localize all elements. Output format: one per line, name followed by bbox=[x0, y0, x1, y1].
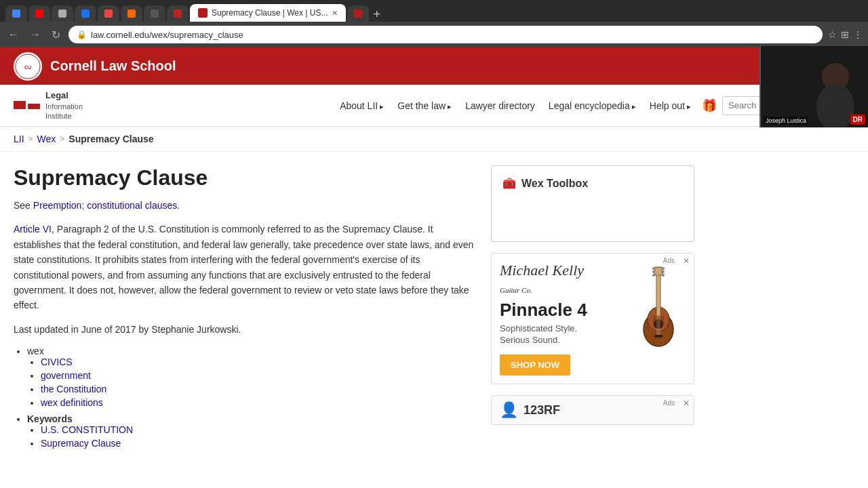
ad-close-1[interactable]: ✕ bbox=[683, 256, 690, 266]
forward-button[interactable]: → bbox=[27, 27, 43, 42]
svg-point-9 bbox=[652, 274, 655, 277]
get-law-link[interactable]: Get the law bbox=[392, 98, 457, 114]
ad2-brand-text: 123RF bbox=[524, 403, 560, 418]
list-item-government: government bbox=[41, 370, 475, 381]
content-left: Supremacy Clause See Preemption; constit… bbox=[14, 165, 475, 453]
back-button[interactable]: ← bbox=[5, 27, 22, 42]
tab-inactive-5[interactable] bbox=[98, 5, 119, 22]
address-actions: ☆ ⊞ ⋮ bbox=[828, 29, 863, 40]
content-right: 🧰 Wex Toolbox Ads ✕ Michael Kelly Guitar… bbox=[491, 165, 694, 453]
breadcrumb: LII > Wex > Supremacy Clause bbox=[0, 127, 868, 152]
favicon-4 bbox=[81, 9, 90, 18]
civics-link[interactable]: CIVICS bbox=[41, 357, 73, 367]
svg-text:CU: CU bbox=[24, 65, 31, 70]
breadcrumb-lii-link[interactable]: LII bbox=[14, 134, 24, 144]
wex-definitions-link[interactable]: wex definitions bbox=[41, 397, 103, 408]
lawyer-dir-link[interactable]: Lawyer directory bbox=[460, 98, 540, 114]
kw-supremacy: Supremacy Clause bbox=[41, 438, 475, 449]
webcam-overlay: Joseph Lustica DR bbox=[760, 46, 868, 127]
favicon-lii bbox=[354, 9, 362, 18]
lii-logo-lines bbox=[14, 101, 40, 109]
favicon-5 bbox=[104, 9, 113, 18]
tab-inactive-lii[interactable] bbox=[347, 5, 369, 22]
const-clauses-link[interactable]: constitutional clauses bbox=[87, 200, 177, 211]
tab-active[interactable]: Supremacy Clause | Wex | US... ✕ bbox=[190, 4, 346, 22]
list-item-constitution: the Constitution bbox=[41, 384, 475, 394]
lock-icon: 🔒 bbox=[77, 30, 87, 39]
about-lii-link[interactable]: About LII bbox=[334, 98, 389, 114]
extensions-button[interactable]: ⊞ bbox=[841, 29, 849, 40]
tab-inactive-7[interactable] bbox=[144, 5, 165, 22]
toolbox-icon: 🧰 bbox=[502, 177, 516, 190]
favicon-6 bbox=[127, 9, 136, 18]
tab-inactive-3[interactable] bbox=[52, 5, 73, 22]
tab-inactive-6[interactable] bbox=[121, 5, 142, 22]
svg-point-10 bbox=[662, 267, 665, 270]
favicon-8 bbox=[174, 9, 182, 18]
cornell-logo: CU Cornell Law School bbox=[14, 52, 176, 81]
constitution-link[interactable]: the Constitution bbox=[41, 384, 106, 394]
favicon-1 bbox=[12, 9, 20, 18]
supremacy-clause-link[interactable]: Supremacy Clause bbox=[41, 438, 121, 449]
wex-sub-list: CIVICS government the Constitution wex d… bbox=[41, 357, 475, 408]
lii-legal-text: Legal bbox=[45, 90, 68, 100]
menu-button[interactable]: ⋮ bbox=[853, 29, 863, 40]
svg-rect-17 bbox=[654, 335, 663, 338]
tab-inactive-8[interactable] bbox=[167, 5, 189, 22]
us-constitution-link[interactable]: U.S. CONSTITUTION bbox=[41, 424, 133, 435]
wex-list-item: wex CIVICS government the Constitution w… bbox=[27, 346, 475, 408]
ad-guitar-content: Michael Kelly Guitar Co. Pinnacle 4 Soph… bbox=[492, 253, 694, 384]
ad-close-2[interactable]: ✕ bbox=[683, 399, 690, 408]
active-tab-label: Supremacy Clause | Wex | US... bbox=[212, 8, 328, 18]
gift-icon[interactable]: 🎁 bbox=[702, 98, 717, 113]
tag-list: wex CIVICS government the Constitution w… bbox=[14, 346, 475, 449]
url-text: law.cornell.edu/wex/supremacy_clause bbox=[91, 30, 243, 40]
lii-nav: Legal Information Institute About LII Ge… bbox=[0, 85, 868, 127]
cornell-seal: CU bbox=[14, 52, 42, 81]
favicon-2 bbox=[35, 9, 43, 18]
wex-list: wex CIVICS government the Constitution w… bbox=[27, 346, 475, 408]
keywords-item: Keywords U.S. CONSTITUTION Supremacy Cla… bbox=[27, 413, 475, 449]
lii-line-red-2 bbox=[28, 104, 40, 109]
ad-shop-button[interactable]: SHOP NOW bbox=[500, 354, 570, 375]
breadcrumb-sep-2: > bbox=[60, 134, 64, 144]
article-body-text: , Paragraph 2 of the U.S. Constitution i… bbox=[14, 224, 473, 310]
ad-tagline-2: Serious Sound. bbox=[500, 335, 560, 345]
wex-toolbox-body bbox=[502, 190, 683, 230]
tab-strip: Supremacy Clause | Wex | US... ✕ + bbox=[5, 4, 863, 22]
reload-button[interactable]: ↻ bbox=[49, 27, 63, 43]
svg-point-12 bbox=[662, 274, 665, 277]
tab-bar: Supremacy Clause | Wex | US... ✕ + bbox=[0, 0, 868, 22]
list-item-civics: CIVICS bbox=[41, 357, 475, 367]
help-out-link[interactable]: Help out bbox=[644, 98, 696, 114]
page-title: Supremacy Clause bbox=[14, 165, 475, 190]
tab-inactive-1[interactable] bbox=[5, 5, 27, 22]
breadcrumb-wex-link[interactable]: Wex bbox=[37, 134, 56, 144]
star-button[interactable]: ☆ bbox=[828, 29, 837, 40]
list-item-wex-defs: wex definitions bbox=[41, 397, 475, 408]
keywords-label: Keywords bbox=[27, 413, 73, 424]
preemption-link[interactable]: Preemption bbox=[33, 200, 82, 211]
tab-inactive-4[interactable] bbox=[75, 5, 96, 22]
guitar-svg bbox=[638, 262, 679, 350]
ad-subtitle: Guitar Co. bbox=[500, 286, 532, 294]
tab-inactive-2[interactable] bbox=[28, 5, 50, 22]
last-updated: Last updated in June of 2017 by Stephani… bbox=[14, 324, 475, 335]
webcam-person: Joseph Lustica DR bbox=[761, 46, 868, 127]
ad-label-1: Ads bbox=[660, 256, 677, 265]
breadcrumb-current: Supremacy Clause bbox=[68, 134, 153, 144]
webcam-person-name: Joseph Lustica bbox=[764, 117, 808, 125]
new-tab-button[interactable]: + bbox=[373, 7, 380, 22]
address-bar[interactable]: 🔒 law.cornell.edu/wex/supremacy_clause bbox=[68, 26, 823, 43]
article-vi-link[interactable]: Article VI bbox=[14, 224, 52, 235]
favicon-3 bbox=[58, 9, 66, 18]
ad-label-2: Ads bbox=[660, 399, 677, 407]
government-link[interactable]: government bbox=[41, 370, 91, 381]
ad-guitar-image bbox=[631, 262, 686, 350]
close-tab-button[interactable]: ✕ bbox=[332, 9, 338, 18]
legal-enc-link[interactable]: Legal encyclopedia bbox=[543, 98, 642, 114]
address-bar-row: ← → ↻ 🔒 law.cornell.edu/wex/supremacy_cl… bbox=[0, 22, 868, 47]
webcam-dr-badge: DR bbox=[850, 115, 865, 125]
ad-product: Pinnacle 4 bbox=[500, 300, 623, 321]
lii-logo: Legal Information Institute bbox=[14, 90, 83, 121]
